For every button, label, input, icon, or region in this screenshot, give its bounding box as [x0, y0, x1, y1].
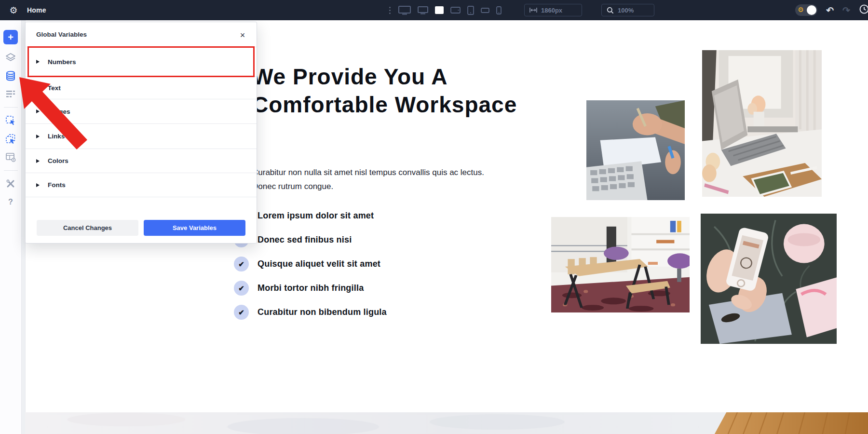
toggle-knob	[807, 5, 816, 15]
undo-button[interactable]: ↶	[826, 6, 834, 15]
zoom-value: 100%	[618, 7, 634, 14]
redo-button[interactable]: ↷	[842, 6, 850, 15]
tools-button[interactable]	[0, 175, 22, 193]
paste-block-button[interactable]	[0, 111, 22, 130]
panel-footer: Cancel Changes Save Variables	[26, 220, 257, 236]
plus-icon: +	[8, 32, 14, 42]
laptop-view-icon-selected[interactable]	[435, 0, 444, 20]
expander-arrow-icon	[36, 183, 40, 187]
magnifier-icon	[607, 7, 614, 14]
tablet-portrait-icon[interactable]	[467, 0, 474, 20]
photo-workspace-table	[551, 217, 690, 312]
phone-landscape-icon[interactable]	[481, 0, 489, 20]
section-label: Links	[48, 133, 65, 140]
section-text[interactable]: Text	[26, 77, 257, 99]
hero-heading: We Provide You A Comfortable Workspace	[252, 63, 522, 119]
expander-arrow-icon	[36, 109, 40, 113]
sidebar-divider	[4, 107, 18, 108]
list-item: ✔ Quisque aliquet velit sit amet	[234, 257, 387, 271]
sections-button[interactable]	[0, 85, 22, 103]
expander-arrow-icon	[36, 60, 40, 64]
list-item-text: Curabitur non bibendum ligula	[258, 307, 387, 317]
page-title[interactable]: Home	[27, 0, 46, 20]
select-block-icon	[5, 115, 16, 126]
settings-gear-icon[interactable]: ⚙	[6, 0, 21, 20]
section-label: Numbers	[48, 58, 76, 66]
photo-hand-phone	[701, 214, 837, 344]
hero-paragraph: Curabitur non nulla sit amet nisl tempus…	[252, 165, 488, 193]
history-clock-icon[interactable]	[859, 4, 868, 16]
photo-notebook-writing	[586, 100, 685, 200]
table-settings-button[interactable]	[0, 148, 22, 166]
layers-button[interactable]	[0, 48, 22, 67]
check-icon: ✔	[238, 260, 244, 269]
section-label: Text	[48, 84, 61, 92]
expander-arrow-icon	[36, 159, 40, 163]
tools-icon	[6, 179, 15, 189]
desktop-large-icon[interactable]	[398, 0, 411, 20]
panel-header: Global Variables	[26, 22, 257, 47]
select-multi-block-icon	[5, 134, 16, 144]
phone-portrait-icon[interactable]	[496, 0, 502, 20]
global-variables-button-active[interactable]	[0, 67, 22, 85]
list-item-text: Morbi tortor nibh fringilla	[258, 283, 364, 293]
photo-desk-laptop	[702, 50, 822, 197]
tablet-landscape-icon[interactable]	[450, 0, 461, 20]
top-toolbar: ⚙ Home	[0, 0, 868, 20]
device-preview-group	[388, 0, 502, 20]
section-links[interactable]: Links	[26, 124, 257, 149]
paste-multi-block-button[interactable]	[0, 130, 22, 148]
list-item-text: Lorem ipsum dolor sit amet	[258, 211, 374, 221]
section-label: Images	[48, 108, 70, 115]
canvas-width-field[interactable]: 1860px	[524, 4, 582, 16]
desktop-icon[interactable]	[418, 0, 428, 20]
panel-title: Global Variables	[36, 31, 87, 38]
list-item-text: Quisque aliquet velit sit amet	[258, 259, 380, 269]
section-images[interactable]: Images	[26, 99, 257, 124]
save-variables-button[interactable]: Save Variables	[144, 220, 245, 236]
left-toolbar: + ?	[0, 20, 22, 434]
section-colors[interactable]: Colors	[26, 149, 257, 173]
expander-arrow-icon	[36, 135, 40, 138]
width-resize-icon	[529, 7, 537, 13]
cancel-changes-button[interactable]: Cancel Changes	[37, 220, 138, 236]
check-icon: ✔	[238, 284, 244, 293]
sidebar-divider	[4, 170, 18, 171]
section-numbers[interactable]: Numbers	[26, 47, 257, 77]
toggle-gear-icon: ⚙	[798, 6, 804, 14]
kebab-menu-icon[interactable]	[388, 0, 392, 20]
table-gear-icon	[5, 152, 16, 163]
check-icon: ✔	[238, 308, 244, 317]
section-label: Colors	[48, 157, 68, 164]
close-icon[interactable]: ×	[237, 30, 248, 41]
photo-bottom-section	[25, 412, 868, 434]
zoom-field[interactable]: 100%	[601, 4, 654, 16]
add-element-button[interactable]: +	[0, 28, 22, 46]
help-button[interactable]: ?	[0, 193, 22, 211]
preview-mode-toggle[interactable]: ⚙	[795, 4, 817, 16]
global-variables-panel: Global Variables × Numbers Text Images L…	[25, 22, 257, 244]
sections-rows-icon	[5, 89, 16, 99]
toolbar-right-group: ⚙ ↶ ↷	[795, 0, 868, 20]
section-label: Fonts	[48, 181, 66, 189]
layers-icon	[5, 53, 16, 62]
database-icon	[5, 71, 16, 81]
canvas-gutter	[22, 20, 25, 434]
list-item: ✔ Morbi tortor nibh fringilla	[234, 281, 387, 296]
canvas-width-value: 1860px	[541, 7, 562, 14]
list-item-text: Donec sed finibus nisi	[258, 235, 352, 245]
section-fonts[interactable]: Fonts	[26, 173, 257, 197]
app-window: ⚙ Home	[0, 0, 868, 434]
list-item: ✔ Curabitur non bibendum ligula	[234, 305, 387, 320]
